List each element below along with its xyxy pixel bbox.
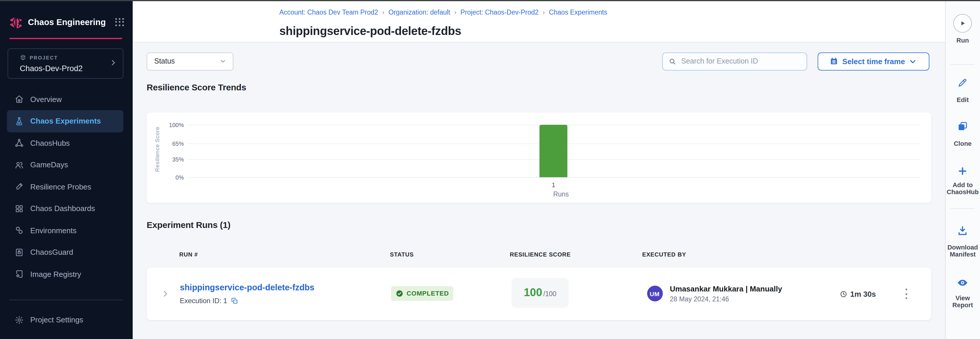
run-duration: 1m 30s	[840, 290, 876, 299]
project-selector[interactable]: PROJECT Chaos-Dev-Prod2	[8, 48, 123, 78]
run-button[interactable]	[953, 14, 972, 33]
breadcrumb-account[interactable]: Account: Chaos Dev Team Prod2	[279, 9, 378, 16]
executed-at-timestamp: 28 May 2024, 21:46	[670, 296, 729, 302]
clone-button-label: Clone	[945, 140, 980, 147]
execution-id-text: Execution ID: 1	[180, 297, 227, 305]
y-tick-0: 0%	[164, 174, 184, 181]
sidebar-item-chaoshubs[interactable]: ChaosHubs	[7, 132, 123, 154]
x-tick-run-1: 1	[552, 181, 555, 188]
view-report-label-1: View	[945, 294, 980, 301]
run-name-link[interactable]: shippingservice-pod-delete-fzdbs	[180, 283, 314, 292]
flask-icon	[14, 117, 24, 126]
sidebar-divider	[9, 300, 123, 300]
clock-icon	[840, 290, 847, 298]
add-plus-icon[interactable]	[958, 166, 968, 176]
experiment-runs-heading: Experiment Runs (1)	[146, 220, 231, 230]
gridline-0	[188, 177, 920, 178]
cube-icon	[20, 54, 26, 61]
resilience-score-bar	[539, 125, 567, 177]
row-expander-chevron-icon[interactable]	[161, 289, 169, 297]
sidebar-item-chaosguard[interactable]: ChaosGuard	[7, 241, 123, 263]
column-header-resilience: RESILIENCE SCORE	[510, 251, 571, 257]
gear-icon	[14, 315, 24, 325]
test-tube-icon	[14, 182, 24, 192]
sidebar-item-image-registry[interactable]: Image Registry	[7, 263, 123, 285]
sidebar-item-chaos-dashboards[interactable]: Chaos Dashboards	[7, 198, 123, 219]
home-icon	[14, 95, 24, 104]
resilience-score-box: 100 /100	[512, 278, 569, 308]
brand-row: Chaos Engineering	[9, 13, 124, 31]
y-tick-65: 65%	[164, 140, 184, 147]
chart-x-axis-label: Runs	[553, 190, 569, 197]
search-input[interactable]	[680, 57, 801, 66]
add-to-chaoshub-label-1: Add to	[945, 181, 980, 188]
column-header-status: STATUS	[390, 251, 414, 257]
run-duration-value: 1m 30s	[850, 290, 876, 299]
hub-icon	[14, 138, 24, 148]
select-time-frame-button[interactable]: Select time frame	[818, 53, 929, 70]
y-tick-35: 35%	[164, 156, 184, 162]
sidebar-item-overview[interactable]: Overview	[7, 88, 123, 110]
breadcrumb-organization[interactable]: Organization: default	[388, 9, 450, 16]
sidebar-item-project-settings[interactable]: Project Settings	[7, 309, 123, 331]
rail-divider	[951, 208, 975, 209]
sidebar-item-gamedays[interactable]: GameDays	[7, 154, 123, 176]
brand-divider	[9, 38, 122, 39]
breadcrumb-chaos-experiments[interactable]: Chaos Experiments	[549, 9, 607, 16]
download-manifest-label-1: Download	[945, 244, 980, 251]
dashboard-grid-icon	[14, 204, 24, 213]
status-badge: COMPLETED	[391, 286, 453, 301]
registry-file-gear-icon	[14, 270, 24, 279]
edit-button-label: Edit	[945, 96, 980, 103]
avatar: UM	[647, 286, 663, 301]
view-report-label-2: Report	[945, 301, 980, 309]
check-circle-icon	[395, 289, 403, 297]
breadcrumb-separator: ›	[542, 9, 545, 16]
status-filter-label: Status	[154, 58, 175, 66]
rail-divider	[951, 64, 975, 65]
breadcrumb-project[interactable]: Project: Chaos-Dev-Prod2	[461, 9, 539, 16]
page-header: Account: Chaos Dev Team Prod2 › Organiza…	[133, 1, 945, 43]
download-manifest-label-2: Manifest	[945, 251, 980, 257]
row-menu-kebab-icon[interactable]	[904, 289, 908, 299]
copy-icon[interactable]	[231, 297, 238, 304]
resilience-trends-heading: Resilience Score Trends	[146, 82, 246, 92]
app-window: Chaos Engineering PROJECT Chaos-Dev-Prod…	[0, 0, 980, 339]
gridline-vertical	[569, 125, 569, 177]
table-row: shippingservice-pod-delete-fzdbs Executi…	[146, 268, 931, 320]
sidebar: Chaos Engineering PROJECT Chaos-Dev-Prod…	[0, 1, 133, 339]
clone-icon[interactable]	[957, 121, 968, 132]
chart-y-axis-label: Resilience Score	[154, 126, 160, 172]
add-to-chaoshub-label-2: ChaosHub	[945, 188, 980, 195]
calendar-icon	[830, 58, 838, 66]
app-switcher-grid-icon[interactable]	[115, 18, 124, 27]
executed-by-name: Umasankar Mukkara | Manually	[670, 285, 782, 293]
score-total: /100	[543, 290, 556, 297]
hexagons-icon	[14, 226, 24, 235]
search-icon	[669, 58, 676, 65]
status-badge-label: COMPLETED	[406, 290, 449, 297]
edit-pencil-icon[interactable]	[958, 78, 968, 88]
execution-id-row: Execution ID: 1	[180, 297, 238, 305]
sidebar-item-environments[interactable]: Environments	[7, 219, 123, 241]
project-label: PROJECT	[30, 54, 58, 60]
lock-card-icon	[14, 248, 24, 257]
resilience-score-chart: Resilience Score 100% 65% 35% 0% 1 Runs	[146, 112, 931, 203]
breadcrumb-separator: ›	[454, 9, 456, 16]
action-rail: Run Edit Clone Add to ChaosHub Download …	[945, 1, 980, 339]
status-filter-select[interactable]: Status	[146, 53, 233, 70]
sidebar-item-chaos-experiments[interactable]: Chaos Experiments	[7, 110, 123, 132]
column-header-executed-by: EXECUTED BY	[642, 251, 686, 257]
users-icon	[14, 160, 24, 170]
column-header-run: RUN #	[179, 251, 198, 257]
score-value: 100	[524, 286, 542, 297]
app-title: Chaos Engineering	[28, 18, 106, 27]
select-time-frame-label: Select time frame	[842, 57, 905, 66]
view-report-eye-icon[interactable]	[957, 277, 969, 289]
sidebar-item-resilience-probes[interactable]: Resilience Probes	[7, 176, 123, 198]
project-name: Chaos-Dev-Prod2	[20, 64, 83, 73]
download-icon[interactable]	[957, 225, 968, 236]
run-button-label: Run	[945, 37, 980, 44]
chevron-right-icon	[110, 59, 117, 66]
y-tick-100: 100%	[164, 122, 184, 128]
